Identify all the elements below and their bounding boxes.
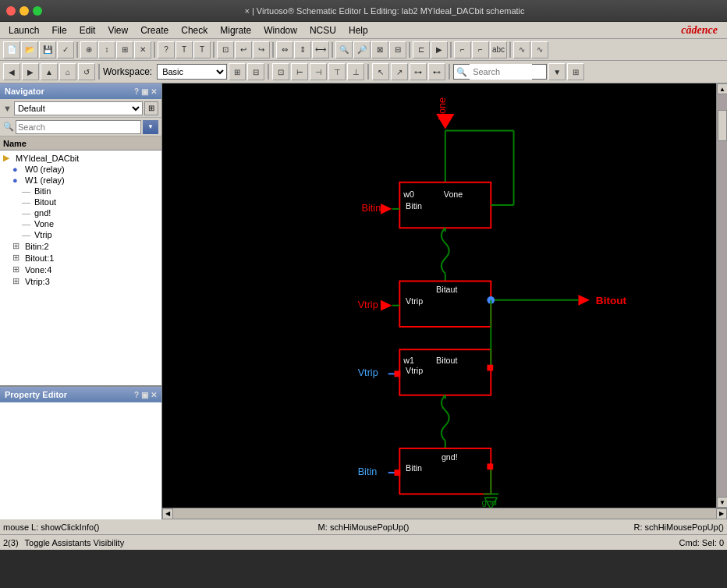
tb-route2[interactable]: ⌐ <box>472 41 489 58</box>
filter-select[interactable]: Default <box>14 101 143 115</box>
tb-pin[interactable]: ⊡ <box>217 41 234 58</box>
scroll-right-btn[interactable]: ▶ <box>716 508 727 519</box>
tb-snap3[interactable]: ⊣ <box>310 63 327 80</box>
menu-view[interactable]: View <box>102 23 133 37</box>
canvas-area: Vone Bitin w0 Bitin <box>162 83 727 519</box>
tb-cross[interactable]: ⊕ <box>80 41 98 58</box>
tb-sel4[interactable]: ⊷ <box>428 63 445 80</box>
tb-new[interactable]: 📄 <box>3 41 20 58</box>
tb-s2[interactable]: ⇕ <box>294 41 311 58</box>
menu-window[interactable]: Window <box>258 23 303 37</box>
tb-zoom-out[interactable]: 🔎 <box>353 41 371 58</box>
tb-fwd[interactable]: ▶ <box>22 63 39 80</box>
tb-search-option[interactable]: ⊞ <box>567 63 584 80</box>
tb-ws1[interactable]: ⊞ <box>229 63 246 80</box>
scroll-up-btn[interactable]: ▲ <box>717 83 727 94</box>
tb-snap4[interactable]: ⊤ <box>328 63 346 80</box>
scroll-track[interactable] <box>717 94 727 497</box>
separator12 <box>449 64 450 80</box>
tb-snap5[interactable]: ⊥ <box>347 63 364 80</box>
tree-item-bitout1[interactable]: ⊞ Bitout:1 <box>0 252 161 264</box>
tree-item-bitout[interactable]: — Bitout <box>0 197 161 207</box>
tb-sel2[interactable]: ↗ <box>391 63 408 80</box>
tb-hierarchy[interactable]: ⊏ <box>413 41 430 58</box>
tb-wave1[interactable]: ∿ <box>513 41 530 58</box>
scroll-thumb[interactable] <box>718 110 727 141</box>
tb-up[interactable]: ▲ <box>41 63 58 80</box>
property-editor-header: Property Editor ? ▣ ✕ <box>0 387 161 402</box>
tb-t1[interactable]: T <box>176 41 193 58</box>
menu-create[interactable]: Create <box>135 23 174 37</box>
tb-route1[interactable]: ⌐ <box>454 41 471 58</box>
tb-save[interactable]: 💾 <box>39 41 56 58</box>
tb-open[interactable]: 📂 <box>21 41 38 58</box>
tb-check[interactable]: ✓ <box>57 41 74 58</box>
nav-resize-icon[interactable]: ▣ <box>141 87 148 96</box>
menu-file[interactable]: File <box>46 23 72 37</box>
tb-redo[interactable]: ↪ <box>253 41 270 58</box>
prop-resize-icon[interactable]: ▣ <box>141 391 148 399</box>
tree-root-item[interactable]: ▶ MYIdeal_DACbit <box>0 152 161 164</box>
tb-snap1[interactable]: ⊡ <box>272 63 289 80</box>
search-input[interactable] <box>470 64 532 80</box>
close-button[interactable] <box>6 6 16 16</box>
tree-item-vtrip[interactable]: — Vtrip <box>0 229 161 240</box>
nav-search-dropdown-btn[interactable]: ▼ <box>143 120 158 134</box>
status-mouse-right: R: schHiMousePopUp() <box>544 522 724 532</box>
menu-migrate[interactable]: Migrate <box>215 23 257 37</box>
menu-launch[interactable]: Launch <box>3 23 44 37</box>
tb-back[interactable]: ◀ <box>3 63 20 80</box>
tb-home[interactable]: ⌂ <box>59 63 76 80</box>
tb-sel1[interactable]: ↖ <box>372 63 389 80</box>
title-bar: × | Virtuoso® Schematic Editor L Editing… <box>0 0 727 22</box>
prop-close-icon[interactable]: ✕ <box>151 391 157 399</box>
right-scrollbar[interactable]: ▲ ▼ <box>716 83 727 508</box>
tb-stretch[interactable]: ⇔ <box>276 41 293 58</box>
menu-help[interactable]: Help <box>343 23 374 37</box>
tb-text[interactable]: abc <box>490 41 507 58</box>
bottom-scrollbar[interactable]: ◀ ▶ <box>162 508 727 519</box>
status-count: 2(3) <box>3 538 25 547</box>
tb-refresh[interactable]: ↺ <box>78 63 95 80</box>
tb-wave2[interactable]: ∿ <box>531 41 548 58</box>
maximize-button[interactable] <box>33 6 42 16</box>
tree-item-vone4[interactable]: ⊞ Vone:4 <box>0 264 161 275</box>
circle-icon-w0: ● <box>12 165 23 174</box>
line-icon-bitout: — <box>22 197 33 207</box>
menu-check[interactable]: Check <box>176 23 213 37</box>
tb-zoom-in[interactable]: 🔍 <box>335 41 353 58</box>
tb-ws2[interactable]: ⊟ <box>247 63 264 80</box>
minimize-button[interactable] <box>20 6 29 16</box>
menu-ncsu[interactable]: NCSU <box>304 23 342 37</box>
tree-item-gnd[interactable]: — gnd! <box>0 207 161 218</box>
tb-s3[interactable]: ⟷ <box>312 41 329 58</box>
workspace-select[interactable]: Basic <box>157 64 227 80</box>
scroll-down-btn[interactable]: ▼ <box>717 497 727 508</box>
tree-item-bitin2[interactable]: ⊞ Bitin:2 <box>0 240 161 252</box>
tb-copy[interactable]: ⊞ <box>116 41 133 58</box>
tree-item-vtrip3[interactable]: ⊞ Vtrip:3 <box>0 275 161 287</box>
tb-snap2[interactable]: ⊢ <box>291 63 308 80</box>
tree-item-vone[interactable]: — Vone <box>0 218 161 229</box>
tree-item-w0[interactable]: ● W0 (relay) <box>0 164 161 175</box>
tb-search-dropdown[interactable]: ▼ <box>548 63 566 80</box>
tree-item-w1[interactable]: ● W1 (relay) <box>0 175 161 186</box>
tb-sim[interactable]: ▶ <box>431 41 448 58</box>
menu-edit[interactable]: Edit <box>74 23 101 37</box>
scroll-left-btn[interactable]: ◀ <box>162 508 173 519</box>
nav-help-icon[interactable]: ? <box>134 87 139 96</box>
tb-sel3[interactable]: ⊶ <box>410 63 427 80</box>
tree-item-bitin[interactable]: — Bitin <box>0 186 161 197</box>
tb-delete[interactable]: ✕ <box>134 41 151 58</box>
schematic-canvas[interactable]: Vone Bitin w0 Bitin <box>162 83 716 508</box>
prop-help-icon[interactable]: ? <box>134 391 139 399</box>
nav-close-icon[interactable]: ✕ <box>151 87 157 96</box>
tb-move[interactable]: ↕ <box>98 41 115 58</box>
tb-undo[interactable]: ↩ <box>235 41 252 58</box>
nav-search-input[interactable] <box>16 120 141 134</box>
tb-q[interactable]: ? <box>158 41 175 58</box>
filter-more-btn[interactable]: ⊞ <box>144 101 158 115</box>
tb-zoom-region[interactable]: ⊟ <box>389 41 406 58</box>
tb-t2[interactable]: T <box>193 41 211 58</box>
tb-zoom-fit[interactable]: ⊠ <box>371 41 388 58</box>
